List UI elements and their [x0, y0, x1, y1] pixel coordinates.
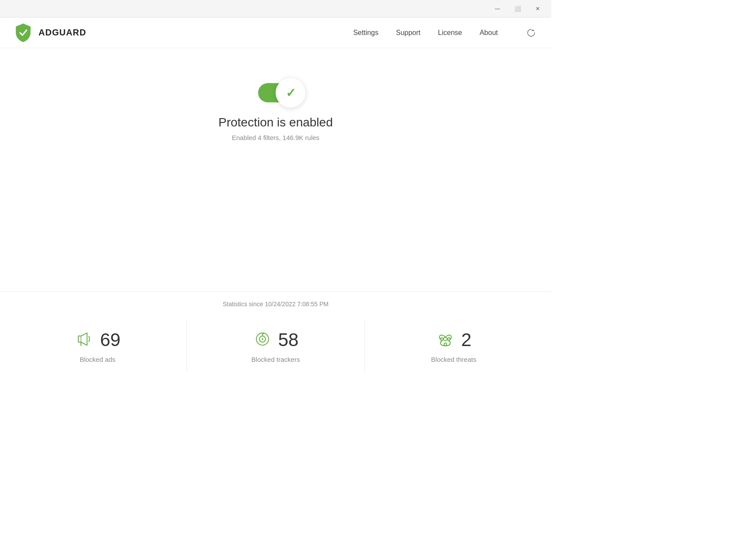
svg-point-2 [262, 338, 263, 340]
protection-title: Protection is enabled [218, 116, 333, 130]
adguard-logo-icon [13, 23, 33, 43]
svg-point-6 [441, 338, 443, 340]
biohazard-icon [436, 329, 455, 350]
stats-since-label: Statistics since 10/24/2022 7:08:55 PM [0, 301, 551, 308]
stats-grid: 69 Blocked ads 58 Blocked trackers [0, 321, 551, 394]
stats-section: Statistics since 10/24/2022 7:08:55 PM 6… [0, 291, 551, 394]
support-nav-link[interactable]: Support [396, 29, 420, 37]
protection-toggle[interactable]: ✓ [258, 83, 293, 102]
svg-point-7 [448, 338, 450, 340]
toggle-knob: ✓ [276, 78, 305, 108]
main-content: ✓ Protection is enabled Enabled 4 filter… [0, 48, 551, 141]
blocked-threats-count: 2 [461, 329, 471, 350]
minimize-button[interactable]: — [487, 2, 508, 16]
titlebar: — ⬜ ✕ [0, 0, 551, 18]
license-nav-link[interactable]: License [438, 29, 462, 37]
protection-subtitle: Enabled 4 filters, 146.9K rules [232, 134, 319, 141]
settings-nav-link[interactable]: Settings [353, 29, 378, 37]
stats-divider [0, 291, 551, 292]
blocked-trackers-count: 58 [278, 329, 299, 350]
stat-trackers-icon-number: 58 [253, 329, 299, 350]
refresh-button[interactable] [524, 26, 538, 40]
tracker-icon [253, 329, 272, 350]
header: ADGUARD Settings Support License About [0, 18, 551, 48]
logo-area: ADGUARD [13, 23, 353, 43]
stat-ads-icon-number: 69 [75, 329, 121, 350]
close-button[interactable]: ✕ [528, 2, 548, 16]
stat-blocked-threats: 2 Blocked threats [365, 321, 542, 372]
logo-text: ADGUARD [38, 28, 86, 38]
blocked-trackers-label: Blocked trackers [252, 356, 300, 363]
blocked-ads-count: 69 [100, 329, 121, 350]
protection-toggle-container: ✓ [258, 83, 293, 102]
stat-blocked-ads: 69 Blocked ads [9, 321, 187, 372]
stat-threats-icon-number: 2 [436, 329, 471, 350]
checkmark-icon: ✓ [286, 86, 296, 100]
blocked-threats-label: Blocked threats [431, 356, 476, 363]
about-nav-link[interactable]: About [480, 29, 498, 37]
svg-line-4 [263, 333, 264, 334]
svg-point-5 [444, 337, 447, 341]
maximize-button[interactable]: ⬜ [508, 2, 528, 16]
megaphone-icon [75, 329, 94, 350]
stat-blocked-trackers: 58 Blocked trackers [187, 321, 365, 372]
nav-links: Settings Support License About [353, 26, 538, 40]
svg-point-8 [444, 343, 447, 346]
blocked-ads-label: Blocked ads [80, 356, 116, 363]
